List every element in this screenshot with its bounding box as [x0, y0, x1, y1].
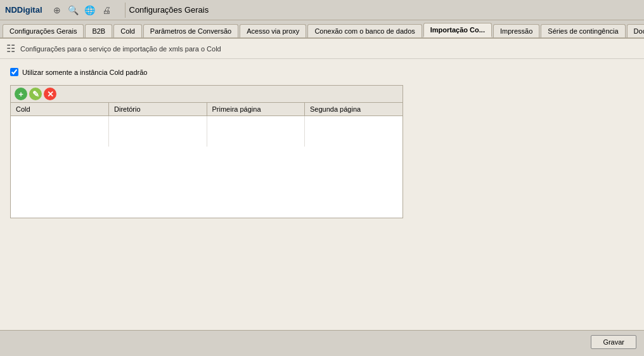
window-title: Configurações Gerais — [129, 5, 209, 15]
col-header-diretório: Diretório — [109, 103, 207, 116]
tab-documentos-de[interactable]: Documentos de — [627, 24, 644, 37]
edit-row-button[interactable]: ✎ — [29, 88, 42, 100]
cold-checkbox-label: Utilizar somente a instância Cold padrão — [22, 69, 148, 76]
printer-icon[interactable]: 🖨 — [100, 3, 113, 17]
delete-row-button[interactable]: ✕ — [44, 88, 56, 100]
search-icon[interactable]: 🔍 — [67, 3, 80, 17]
col-header-segunda-página: Segunda página — [305, 103, 403, 116]
content-area: Utilizar somente a instância Cold padrão… — [0, 59, 644, 330]
title-bar: NDDigital ⊕ 🔍 🌐 🖨 Configurações Gerais — [0, 0, 644, 20]
info-bar: ☷ Configurações para o serviço de import… — [0, 39, 644, 59]
toolbar-separator — [125, 3, 126, 18]
tabs-bar: Configurações GeraisB2BColdParâmetros de… — [0, 20, 644, 39]
tab-acesso-via-proxy[interactable]: Acesso via proxy — [240, 24, 306, 37]
table-toolbar: + ✎ ✕ — [11, 86, 402, 103]
table-container: + ✎ ✕ ColdDiretórioPrimeira páginaSegund… — [10, 85, 403, 218]
tab-conexão-com-o-banco-de-dados[interactable]: Conexão com o banco de dados — [307, 24, 422, 37]
bottom-bar: Gravar — [0, 330, 644, 353]
tab-parâmetros-de-conversão[interactable]: Parâmetros de Conversão — [143, 24, 238, 37]
gravar-button[interactable]: Gravar — [591, 335, 636, 349]
tab-séries-de-contingência[interactable]: Séries de contingência — [541, 24, 625, 37]
globe-icon[interactable]: 🌐 — [83, 3, 97, 17]
info-text: Configurações para o serviço de importaç… — [20, 45, 221, 53]
table-row — [11, 143, 402, 147]
add-icon[interactable]: ⊕ — [50, 3, 64, 17]
checkbox-row: Utilizar somente a instância Cold padrão — [10, 68, 634, 76]
table-header: ColdDiretórioPrimeira páginaSegunda pági… — [11, 103, 402, 116]
col-header-cold: Cold — [11, 103, 109, 116]
tab-b2b[interactable]: B2B — [85, 24, 112, 37]
col-header-primeira-página: Primeira página — [207, 103, 305, 116]
main-content: ☷ Configurações para o serviço de import… — [0, 39, 644, 330]
tab-importação-co...[interactable]: Importação Co... — [423, 23, 492, 37]
info-icon: ☷ — [6, 43, 15, 55]
app-logo: NDDigital — [5, 5, 42, 15]
add-row-button[interactable]: + — [15, 88, 27, 100]
tab-impressão[interactable]: Impressão — [493, 24, 539, 37]
table-body — [11, 116, 402, 218]
cold-checkbox[interactable] — [10, 68, 18, 76]
tab-configurações-gerais[interactable]: Configurações Gerais — [3, 24, 84, 37]
data-table: ColdDiretórioPrimeira páginaSegunda pági… — [11, 103, 402, 218]
tab-cold[interactable]: Cold — [113, 24, 142, 37]
toolbar-icons: ⊕ 🔍 🌐 🖨 — [50, 3, 113, 17]
